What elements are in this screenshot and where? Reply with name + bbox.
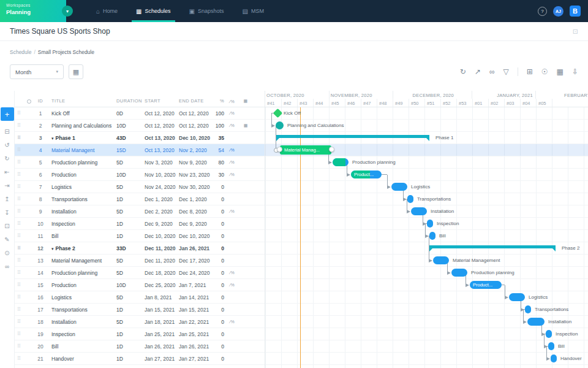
fullscreen-icon[interactable]: ⊡ [573,28,578,36]
redo-button[interactable]: ↻ [1,151,14,165]
collapse-caret-icon[interactable]: ▾ [51,247,54,251]
drag-handle-icon[interactable]: ⠿ [15,233,23,239]
link-tasks-button[interactable]: ∞ [1,259,14,273]
task-bar[interactable] [451,269,467,277]
task-bar[interactable] [509,293,525,301]
selected-task-bar[interactable]: Material Manag... [280,145,331,155]
calendar-view-button[interactable]: ▦ [69,64,83,79]
table-row[interactable]: ⠿17Transportations1DJan 15, 2021Jan 15, … [15,304,265,316]
phase-summary-bar[interactable] [276,135,429,138]
drag-handle-icon[interactable]: ⠿ [15,159,23,165]
filter-icon[interactable]: ▽ [503,67,509,76]
drag-handle-icon[interactable]: ⠿ [15,147,23,153]
drag-handle-icon[interactable]: ⠿ [15,331,23,337]
nav-tab-home[interactable]: ⌂Home [87,0,127,22]
task-bar[interactable] [333,158,349,166]
workspace-expand-button[interactable]: ▾ [62,6,73,17]
edit-button[interactable]: ✎ [1,232,14,246]
task-bar[interactable] [433,256,449,264]
calendar-icon[interactable]: ▦ [557,67,564,76]
task-bar[interactable] [427,220,433,228]
link-icon[interactable]: ∞ [489,67,495,76]
col-duration[interactable]: DURATION [115,98,145,104]
table-row[interactable]: ⠿15Production10DDec 25, 2020Jan 7, 20210… [15,279,265,291]
drag-handle-icon[interactable]: ⠿ [15,270,23,275]
drag-handle-icon[interactable]: ⠿ [15,356,23,361]
table-row[interactable]: ⠿5Production planning5DNov 3, 2020Nov 9,… [15,156,265,169]
grid-view-icon[interactable]: ⊞ [527,67,533,76]
resize-handle-left[interactable] [277,147,282,152]
col-percent[interactable]: % [213,98,225,104]
table-row[interactable]: ⠿6Production10DNov 10, 2020Nov 23, 20203… [15,169,265,181]
outdent-button[interactable]: ⇤ [1,165,14,178]
delete-button[interactable]: ⊟ [1,125,14,138]
drag-handle-icon[interactable]: ⠿ [15,123,23,128]
task-bar[interactable] [276,121,284,129]
drag-handle-icon[interactable]: ⠿ [15,282,23,288]
expand-button[interactable]: ⊡ [1,219,14,232]
drag-handle-icon[interactable]: ⠿ [15,221,23,226]
nav-tab-msm[interactable]: ▤MSM [233,0,273,22]
drag-handle-icon[interactable]: ⠿ [15,135,23,140]
export-icon[interactable]: ⇩ [572,67,578,76]
table-row[interactable]: ⠿20Bill1DJan 26, 2021Jan 26, 20210 [15,340,265,353]
task-bar[interactable]: Product... [351,171,382,178]
drag-handle-icon[interactable]: ⠿ [15,209,23,214]
drag-handle-icon[interactable]: ⠿ [15,343,23,349]
table-row[interactable]: ⠿7Logistics5DNov 24, 2020Nov 30, 20200 [15,181,265,193]
task-bar[interactable] [527,318,545,326]
table-row[interactable]: ⠿8Transportations1DDec 1, 2020Dec 1, 202… [15,193,265,205]
table-row[interactable]: ⠿16Logistics5DJan 8, 2021Jan 14, 20210 [15,291,265,304]
table-row[interactable]: ⠿2Planning and Calculations10DOct 12, 20… [15,120,265,132]
task-bar[interactable] [525,305,531,313]
table-row[interactable]: ⠿19Inspection1DJan 25, 2021Jan 25, 20210 [15,328,265,340]
task-bar[interactable] [407,195,413,203]
task-bar[interactable] [411,207,427,215]
drag-handle-icon[interactable]: ⠿ [15,294,23,300]
task-bar[interactable] [548,342,554,350]
col-end[interactable]: END DATE [179,98,213,104]
nav-tab-snapshots[interactable]: ▣Snapshots [180,0,233,22]
table-row[interactable]: ⠿1Kick Off0DOct 12, 2020Oct 12, 2020100∕… [15,107,265,120]
table-row[interactable]: ⠿14Production planning5DDec 18, 2020Dec … [15,267,265,279]
help-button[interactable]: ? [538,7,547,16]
table-row[interactable]: ⠿18Installation5DJan 18, 2021Jan 22, 202… [15,316,265,328]
undo-button[interactable]: ↺ [1,138,14,151]
col-id[interactable]: ID [34,98,47,104]
table-row[interactable]: ⠿12▾Phase 233DDec 11, 2020Jan 26, 20210 [15,242,265,255]
table-row[interactable]: ⠿11Bill1DDec 10, 2020Dec 10, 20200 [15,230,265,242]
sync-icon[interactable]: ↻ [460,67,466,76]
drag-handle-icon[interactable]: ⠿ [15,184,23,190]
drag-handle-icon[interactable]: ⠿ [15,245,23,251]
nav-tab-schedules[interactable]: ▦Schedules [127,0,179,22]
table-row[interactable]: ⠿21Handover1DJan 27, 2021Jan 27, 20210 [15,353,265,365]
avatar[interactable]: AJ [553,6,564,17]
task-bar[interactable] [429,232,435,240]
drag-handle-icon[interactable]: ⠿ [15,172,23,177]
collapse-caret-icon[interactable]: ▾ [51,136,54,140]
workspace-switcher[interactable]: Workspaces Planning [0,0,66,22]
move-down-button[interactable]: ↧ [1,205,14,219]
table-row[interactable]: ⠿10Inspection1DDec 9, 2020Dec 9, 20200 [15,218,265,230]
col-start[interactable]: START [145,98,179,104]
drag-handle-icon[interactable]: ⠿ [15,110,23,116]
move-up-button[interactable]: ↥ [1,192,14,205]
gantt-chart-area[interactable]: Kick OffPlanning and CalculationsPhase 1… [265,107,588,368]
table-row[interactable]: ⠿13Material Management5DDec 11, 2020Dec … [15,255,265,267]
phase-summary-bar[interactable] [429,245,556,248]
drag-handle-icon[interactable]: ⠿ [15,319,23,324]
task-bar[interactable] [391,183,407,191]
task-bar[interactable]: Product... [470,281,502,289]
indent-button[interactable]: ⇥ [1,178,14,192]
table-row[interactable]: ⠿4Material Managent15DOct 13, 2020Nov 2,… [15,144,265,156]
breadcrumb-section[interactable]: Schedule [10,49,31,55]
task-bar[interactable] [546,330,552,338]
table-row[interactable]: ⠿9Installation5DDec 2, 2020Dec 8, 20200∕… [15,205,265,218]
add-task-button[interactable]: + [1,107,14,121]
table-row[interactable]: ⠿3▾Phase 143DOct 13, 2020Dec 10, 202035 [15,132,265,144]
user-icon[interactable]: ☉ [541,67,548,76]
drag-handle-icon[interactable]: ⠿ [15,258,23,263]
view-mode-select[interactable]: Month ▾ [10,64,64,79]
snapshot-button[interactable]: ⊙ [1,246,14,259]
task-bar[interactable] [551,355,557,362]
